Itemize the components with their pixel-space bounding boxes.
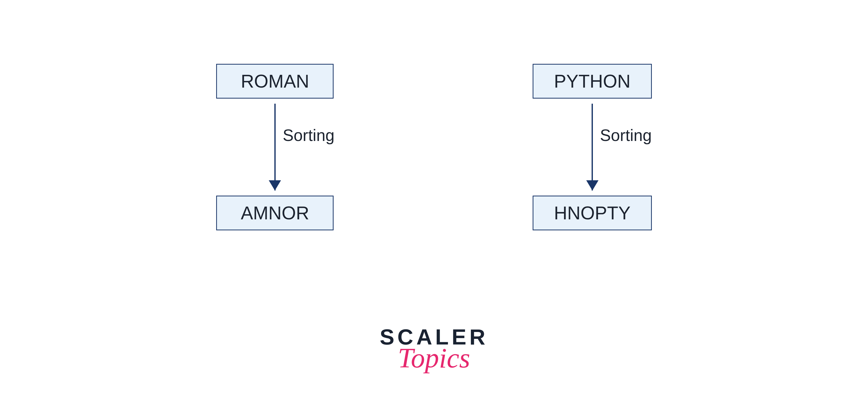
output-box: AMNOR [216, 196, 334, 230]
arrow-line [274, 104, 276, 191]
arrow-down-icon [586, 180, 598, 191]
arrow-label: Sorting [592, 126, 652, 145]
input-box: ROMAN [216, 64, 334, 98]
arrow-down-icon [269, 180, 281, 191]
input-box: PYTHON [533, 64, 652, 98]
diagram-container: ROMAN Sorting AMNOR PYTHON Sorting HNOPT… [0, 64, 868, 230]
arrow-label: Sorting [275, 126, 335, 145]
arrow-section: Sorting [274, 98, 276, 196]
arrow-line [592, 104, 593, 191]
arrow-section: Sorting [592, 98, 593, 196]
flow-left: ROMAN Sorting AMNOR [216, 64, 334, 230]
flow-right: PYTHON Sorting HNOPTY [533, 64, 652, 230]
scaler-topics-logo: SCALER Topics [380, 324, 489, 374]
logo-line2: Topics [380, 342, 489, 374]
output-box: HNOPTY [533, 196, 652, 230]
